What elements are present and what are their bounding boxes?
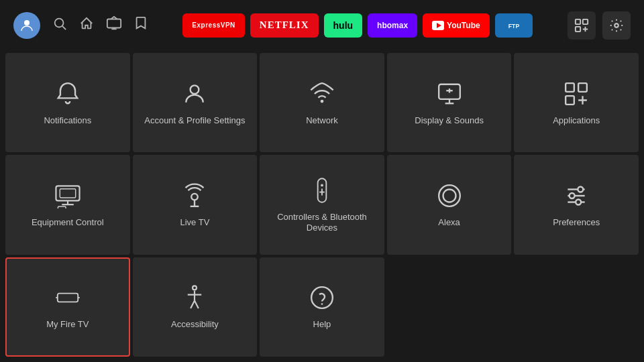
home-icon[interactable] [79, 16, 94, 34]
grid-item-live-tv[interactable]: Live TV [133, 155, 258, 254]
antenna-icon [182, 181, 207, 210]
grid-item-preferences[interactable]: Preferences [514, 155, 639, 254]
add-grid-icon[interactable] [568, 11, 596, 40]
svg-rect-30 [58, 206, 66, 208]
svg-rect-12 [576, 26, 580, 31]
svg-point-39 [443, 190, 455, 202]
svg-rect-25 [566, 96, 574, 105]
svg-point-1 [55, 19, 64, 27]
apps-icon [564, 79, 589, 109]
svg-rect-10 [576, 19, 580, 23]
grid-item-controllers-bluetooth[interactable]: Controllers & Bluetooth Devices [260, 155, 384, 254]
svg-point-17 [321, 99, 324, 103]
preferences-label: Preferences [553, 217, 600, 229]
search-icon[interactable] [52, 16, 67, 34]
svg-point-31 [192, 194, 199, 200]
bell-icon [55, 79, 80, 109]
applications-label: Applications [553, 115, 600, 127]
remote-icon [309, 176, 335, 205]
svg-rect-29 [60, 189, 75, 198]
account-profile-label: Account & Profile Settings [144, 115, 245, 127]
grid-item-account-profile[interactable]: Account & Profile Settings [133, 53, 258, 152]
network-label: Network [306, 115, 338, 127]
svg-point-45 [576, 200, 581, 205]
person-icon [182, 79, 207, 109]
display-sounds-label: Display & Sounds [415, 115, 484, 127]
grid-item-alexa[interactable]: Alexa [387, 155, 512, 254]
bookmark-icon[interactable] [134, 16, 148, 34]
app-youtube[interactable]: YouTube [423, 13, 490, 38]
svg-line-52 [191, 301, 195, 309]
display-icon [437, 79, 462, 109]
grid-item-accessibility[interactable]: Accessibility [133, 257, 258, 357]
tv-monitor-icon [55, 181, 80, 210]
sliders-icon [564, 181, 589, 210]
svg-point-55 [321, 304, 323, 306]
svg-point-54 [311, 288, 333, 309]
svg-point-15 [614, 23, 619, 27]
my-fire-tv-label: My Fire TV [46, 319, 89, 330]
svg-line-2 [62, 26, 66, 29]
app-hulu[interactable]: hulu [324, 13, 363, 38]
accessibility-icon [182, 283, 207, 312]
svg-rect-23 [566, 83, 574, 92]
app-netflix[interactable]: NETFLIX [250, 13, 319, 38]
wifi-icon [309, 79, 335, 109]
equipment-control-label: Equipment Control [32, 217, 104, 229]
alexa-label: Alexa [438, 217, 460, 229]
settings-grid: Notifications Account & Profile Settings… [0, 50, 644, 362]
grid-item-applications[interactable]: Applications [514, 53, 639, 152]
app-expressvpn[interactable]: ExpressVPN [182, 13, 244, 38]
help-label: Help [313, 319, 331, 330]
grid-item-help[interactable]: Help [260, 257, 384, 357]
topbar-right [568, 11, 631, 40]
firetv-icon [55, 283, 80, 312]
grid-item-equipment-control[interactable]: Equipment Control [5, 155, 130, 254]
live-tv-label: Live TV [180, 217, 209, 229]
svg-point-38 [439, 185, 460, 206]
app-ftp[interactable]: FTP [495, 13, 533, 38]
controllers-bluetooth-label: Controllers & Bluetooth Devices [265, 212, 379, 235]
help-icon [309, 283, 335, 312]
alexa-icon [437, 181, 462, 210]
svg-point-49 [193, 286, 197, 290]
grid-item-network[interactable]: Network [260, 53, 384, 152]
app-hbomax[interactable]: hbomax [368, 13, 417, 38]
svg-point-0 [24, 20, 30, 25]
svg-text:FTP: FTP [508, 22, 519, 29]
topbar-apps: ExpressVPN NETFLIX hulu hbomax YouTube F… [158, 13, 557, 38]
tv-icon[interactable] [106, 16, 122, 34]
svg-point-35 [321, 184, 323, 186]
svg-point-16 [191, 85, 199, 94]
svg-point-43 [578, 187, 584, 192]
grid-item-display-sounds[interactable]: Display & Sounds [387, 53, 512, 152]
grid-item-notifications[interactable]: Notifications [5, 53, 130, 152]
svg-rect-3 [107, 19, 121, 28]
svg-rect-46 [58, 294, 78, 302]
avatar[interactable] [13, 12, 40, 39]
topbar: ExpressVPN NETFLIX hulu hbomax YouTube F… [0, 0, 644, 50]
grid-item-my-fire-tv[interactable]: My Fire TV [5, 257, 130, 357]
settings-icon[interactable] [602, 11, 631, 40]
svg-line-53 [195, 301, 199, 309]
accessibility-label: Accessibility [171, 319, 219, 330]
svg-rect-11 [583, 19, 588, 23]
svg-point-44 [570, 193, 575, 198]
topbar-left [13, 12, 148, 39]
svg-rect-24 [578, 83, 587, 92]
notifications-label: Notifications [44, 115, 91, 127]
